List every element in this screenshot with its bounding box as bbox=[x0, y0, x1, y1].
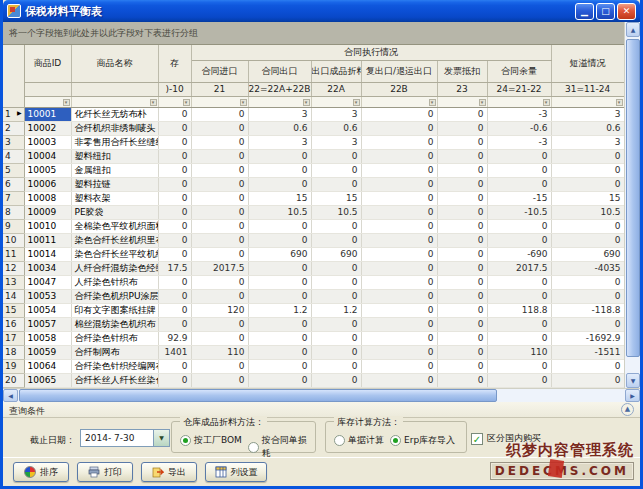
col-header-contract-remainder[interactable]: 合同余量 bbox=[487, 60, 551, 82]
cell-value[interactable]: 0 bbox=[311, 373, 361, 387]
cell-value[interactable]: 0 bbox=[311, 233, 361, 247]
cell-value[interactable]: 0 bbox=[311, 275, 361, 289]
cell-value[interactable]: 0.6 bbox=[311, 121, 361, 135]
cell-value[interactable]: 0 bbox=[551, 289, 624, 303]
cell-product-id[interactable]: 10004 bbox=[24, 149, 71, 163]
vertical-scroll-thumb[interactable] bbox=[626, 39, 640, 357]
cell-value[interactable]: 0 bbox=[551, 233, 624, 247]
cell-value[interactable]: 0 bbox=[191, 331, 248, 345]
cell-value[interactable]: -1511 bbox=[551, 345, 624, 359]
col-header-export-material[interactable]: 出口成品折料 bbox=[311, 60, 361, 82]
cell-value[interactable]: 0 bbox=[311, 219, 361, 233]
cell-value[interactable]: 3 bbox=[551, 107, 624, 121]
cell-value[interactable]: 0 bbox=[361, 177, 437, 191]
cell-value[interactable]: 0 bbox=[191, 373, 248, 387]
row-number[interactable]: 15 bbox=[3, 303, 24, 317]
row-number[interactable]: 10 bbox=[3, 233, 24, 247]
cell-product-id[interactable]: 10058 bbox=[24, 331, 71, 345]
cell-value[interactable]: 0 bbox=[361, 303, 437, 317]
cell-value[interactable]: 0 bbox=[437, 317, 487, 331]
minimize-button[interactable]: ▁ bbox=[575, 3, 594, 20]
filter-cell[interactable]: ▾ bbox=[248, 96, 311, 107]
cell-product-id[interactable]: 10006 bbox=[24, 177, 71, 191]
cell-value[interactable]: 15 bbox=[311, 191, 361, 205]
cell-value[interactable]: 3 bbox=[248, 135, 311, 149]
cell-value[interactable]: 0 bbox=[248, 177, 311, 191]
cell-value[interactable]: 1401 bbox=[158, 345, 191, 359]
cell-value[interactable]: 0 bbox=[437, 359, 487, 373]
cell-value[interactable]: 3 bbox=[551, 135, 624, 149]
cell-value[interactable]: 1.2 bbox=[311, 303, 361, 317]
scroll-down-icon[interactable]: ▼ bbox=[626, 373, 640, 388]
cell-product-name[interactable]: 棉丝混纺染色机织布 bbox=[71, 317, 158, 331]
cell-product-id[interactable]: 10065 bbox=[24, 373, 71, 387]
filter-dropdown-icon[interactable]: ▾ bbox=[616, 99, 623, 106]
cell-value[interactable]: -15 bbox=[487, 191, 551, 205]
cell-value[interactable]: 0 bbox=[437, 219, 487, 233]
cell-value[interactable]: 0 bbox=[191, 247, 248, 261]
cell-product-name[interactable]: 合纤染色针织经编网布 bbox=[71, 359, 158, 373]
vertical-scrollbar[interactable]: ▲ ▼ bbox=[624, 22, 640, 388]
cell-product-id[interactable]: 10002 bbox=[24, 121, 71, 135]
sort-button[interactable]: 排序 bbox=[13, 462, 69, 482]
cell-value[interactable]: -118.8 bbox=[551, 303, 624, 317]
cell-value[interactable]: 118.8 bbox=[487, 303, 551, 317]
cell-value[interactable]: 0 bbox=[437, 345, 487, 359]
cell-value[interactable]: 0 bbox=[361, 275, 437, 289]
col-group-contract-execution[interactable]: 合同执行情况 bbox=[191, 45, 551, 60]
filter-dropdown-icon[interactable]: ▾ bbox=[353, 99, 360, 106]
cell-product-name[interactable]: 印有文字图案纸挂牌 bbox=[71, 303, 158, 317]
radio-selected-icon[interactable] bbox=[180, 435, 191, 446]
cell-value[interactable]: 0 bbox=[191, 135, 248, 149]
cell-value[interactable]: 0 bbox=[191, 289, 248, 303]
cell-value[interactable]: 0 bbox=[248, 373, 311, 387]
row-number[interactable]: 8 bbox=[3, 205, 24, 219]
cell-product-id[interactable]: 10014 bbox=[24, 247, 71, 261]
cell-value[interactable]: 0 bbox=[158, 303, 191, 317]
cell-value[interactable]: 0 bbox=[311, 331, 361, 345]
cell-value[interactable]: 0 bbox=[191, 317, 248, 331]
cell-value[interactable]: -4035 bbox=[551, 261, 624, 275]
cell-value[interactable]: 110 bbox=[191, 345, 248, 359]
cell-value[interactable]: 10.5 bbox=[551, 205, 624, 219]
dropdown-arrow-icon[interactable]: ▼ bbox=[153, 430, 169, 446]
cell-product-name[interactable]: 合纤染色机织PU涂层布 bbox=[71, 289, 158, 303]
radio-selected-icon[interactable] bbox=[390, 435, 401, 446]
radio-unselected-icon[interactable] bbox=[334, 435, 345, 446]
filter-dropdown-icon[interactable]: ▾ bbox=[479, 99, 486, 106]
cell-value[interactable]: 0 bbox=[361, 247, 437, 261]
row-number[interactable]: 16 bbox=[3, 317, 24, 331]
cell-value[interactable]: 0 bbox=[158, 219, 191, 233]
cell-value[interactable]: 2017.5 bbox=[487, 261, 551, 275]
cell-value[interactable]: -10.5 bbox=[487, 205, 551, 219]
col-header-reexport[interactable]: 复出口/退运出口 bbox=[361, 60, 437, 82]
cell-product-name[interactable]: 合纤机织非绣制唛头 bbox=[71, 121, 158, 135]
col-group-shortage[interactable]: 短溢情况 bbox=[551, 45, 624, 82]
col-header-product-id[interactable]: 商品ID bbox=[24, 45, 71, 82]
cell-value[interactable]: 0 bbox=[361, 289, 437, 303]
cell-value[interactable]: 0 bbox=[361, 121, 437, 135]
cell-value[interactable]: 0 bbox=[361, 163, 437, 177]
checkbox-check-icon[interactable]: ✓ bbox=[471, 433, 483, 445]
cell-value[interactable]: 0 bbox=[437, 163, 487, 177]
row-number[interactable]: 14 bbox=[3, 289, 24, 303]
cell-value[interactable]: 17.5 bbox=[158, 261, 191, 275]
cell-value[interactable]: 0 bbox=[158, 107, 191, 121]
cell-value[interactable]: 0 bbox=[158, 247, 191, 261]
filter-dropdown-icon[interactable]: ▾ bbox=[543, 99, 550, 106]
cell-value[interactable]: -3 bbox=[487, 135, 551, 149]
cell-product-name[interactable]: 人纤染色针织布 bbox=[71, 275, 158, 289]
row-number[interactable]: 13 bbox=[3, 275, 24, 289]
cell-product-name[interactable]: 合纤制网布 bbox=[71, 345, 158, 359]
cell-product-name[interactable]: 塑料纽扣 bbox=[71, 149, 158, 163]
cell-value[interactable]: 0 bbox=[437, 149, 487, 163]
cell-value[interactable]: 0 bbox=[361, 345, 437, 359]
cell-value[interactable]: 0 bbox=[551, 177, 624, 191]
cell-value[interactable]: 0 bbox=[191, 205, 248, 219]
cell-value[interactable]: 0 bbox=[361, 359, 437, 373]
filter-cell[interactable]: ▾ bbox=[487, 96, 551, 107]
cell-value[interactable]: 0 bbox=[191, 163, 248, 177]
col-header-stock[interactable]: 存 bbox=[158, 45, 191, 82]
cell-value[interactable]: 0 bbox=[437, 303, 487, 317]
cell-value[interactable]: 0 bbox=[248, 275, 311, 289]
